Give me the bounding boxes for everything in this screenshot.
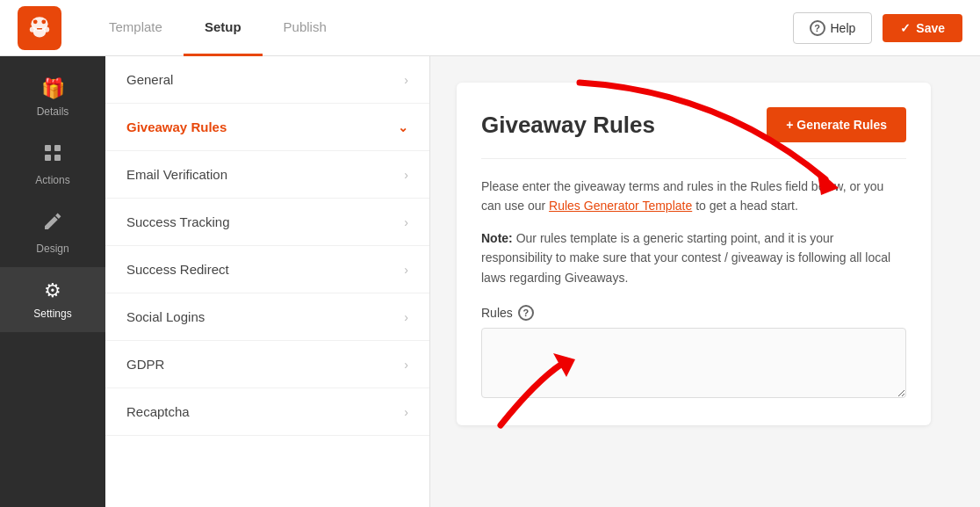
actions-icon: [42, 142, 63, 169]
menu-item-social-logins[interactable]: Social Logins ›: [105, 293, 429, 341]
generate-rules-button[interactable]: + Generate Rules: [767, 107, 906, 142]
sidebar-item-details-label: Details: [37, 105, 69, 118]
nav-tabs: Template Setup Publish: [88, 0, 348, 56]
menu-item-general[interactable]: General ›: [105, 56, 429, 104]
menu-giveaway-rules-label: Giveaway Rules: [126, 120, 227, 134]
menu-item-giveaway-rules[interactable]: Giveaway Rules ⌄: [105, 104, 429, 151]
sidebar-item-design-label: Design: [36, 243, 68, 255]
content-card: Giveaway Rules + Generate Rules Please e…: [457, 83, 931, 425]
svg-rect-4: [37, 28, 42, 30]
sidebar: 🎁 Details Actions Design ⚙ Settings: [0, 56, 105, 507]
content-description: Please enter the giveaway terms and rule…: [481, 177, 906, 216]
chevron-recaptcha-icon: ›: [404, 405, 408, 419]
tab-setup[interactable]: Setup: [184, 0, 263, 56]
details-icon: 🎁: [41, 77, 65, 100]
chevron-success-tracking-icon: ›: [404, 215, 408, 229]
help-button[interactable]: ? Help: [793, 12, 873, 44]
tab-publish[interactable]: Publish: [263, 0, 348, 56]
menu-general-label: General: [126, 72, 173, 87]
svg-rect-10: [54, 155, 61, 161]
content-header: Giveaway Rules + Generate Rules: [481, 107, 906, 159]
chevron-giveaway-rules-icon: ⌄: [398, 120, 408, 134]
nav-right: ? Help ✓ Save: [793, 12, 963, 44]
menu-success-redirect-label: Success Redirect: [126, 262, 229, 277]
logo-icon: [25, 14, 54, 42]
settings-icon: ⚙: [44, 279, 61, 302]
svg-point-1: [33, 19, 38, 24]
note-text: Our rules template is a generic starting…: [481, 231, 890, 285]
rules-label: Rules: [481, 306, 513, 320]
top-nav: Template Setup Publish ? Help ✓ Save: [0, 0, 980, 56]
rules-help-icon[interactable]: ?: [518, 305, 534, 321]
main-layout: 🎁 Details Actions Design ⚙ Settings Gene…: [0, 56, 980, 507]
rules-label-container: Rules ?: [481, 305, 906, 321]
menu-item-recaptcha[interactable]: Recaptcha ›: [105, 388, 429, 436]
svg-rect-7: [45, 145, 51, 151]
rules-textarea[interactable]: [481, 328, 906, 398]
menu-item-success-tracking[interactable]: Success Tracking ›: [105, 199, 429, 246]
svg-point-2: [41, 19, 46, 24]
help-label: Help: [831, 21, 856, 35]
logo: [18, 6, 61, 50]
sidebar-item-settings[interactable]: ⚙ Settings: [0, 267, 105, 332]
tab-template[interactable]: Template: [88, 0, 184, 56]
menu-gdpr-label: GDPR: [126, 357, 164, 372]
rules-generator-link[interactable]: Rules Generator Template: [549, 199, 692, 213]
menu-item-email-verification[interactable]: Email Verification ›: [105, 151, 429, 199]
design-icon: [42, 211, 63, 237]
menu-email-verification-label: Email Verification: [126, 167, 227, 182]
menu-social-logins-label: Social Logins: [126, 309, 205, 324]
chevron-social-logins-icon: ›: [404, 310, 408, 324]
sidebar-item-settings-label: Settings: [33, 308, 71, 320]
chevron-gdpr-icon: ›: [404, 358, 408, 372]
svg-point-6: [44, 26, 49, 32]
middle-menu: General › Giveaway Rules ⌄ Email Verific…: [105, 56, 430, 507]
checkmark-icon: ✓: [900, 21, 911, 35]
content-area: Giveaway Rules + Generate Rules Please e…: [430, 56, 980, 507]
menu-item-gdpr[interactable]: GDPR ›: [105, 341, 429, 388]
chevron-success-redirect-icon: ›: [404, 263, 408, 277]
menu-recaptcha-label: Recaptcha: [126, 404, 190, 419]
menu-success-tracking-label: Success Tracking: [126, 214, 230, 229]
chevron-email-verification-icon: ›: [404, 168, 408, 182]
save-button[interactable]: ✓ Save: [883, 14, 962, 42]
sidebar-item-details[interactable]: 🎁 Details: [0, 65, 105, 130]
help-icon: ?: [810, 20, 825, 36]
svg-point-5: [30, 26, 35, 32]
svg-rect-8: [54, 145, 61, 151]
sidebar-item-design[interactable]: Design: [0, 199, 105, 267]
chevron-general-icon: ›: [404, 73, 408, 87]
svg-rect-9: [45, 155, 51, 161]
content-note: Note: Our rules template is a generic st…: [481, 228, 906, 287]
menu-item-success-redirect[interactable]: Success Redirect ›: [105, 246, 429, 293]
save-label: Save: [916, 21, 945, 35]
description-end-text: to get a head start.: [695, 199, 798, 213]
sidebar-item-actions[interactable]: Actions: [0, 130, 105, 199]
note-prefix: Note:: [481, 231, 513, 245]
sidebar-item-actions-label: Actions: [35, 174, 69, 186]
content-title: Giveaway Rules: [481, 112, 655, 139]
